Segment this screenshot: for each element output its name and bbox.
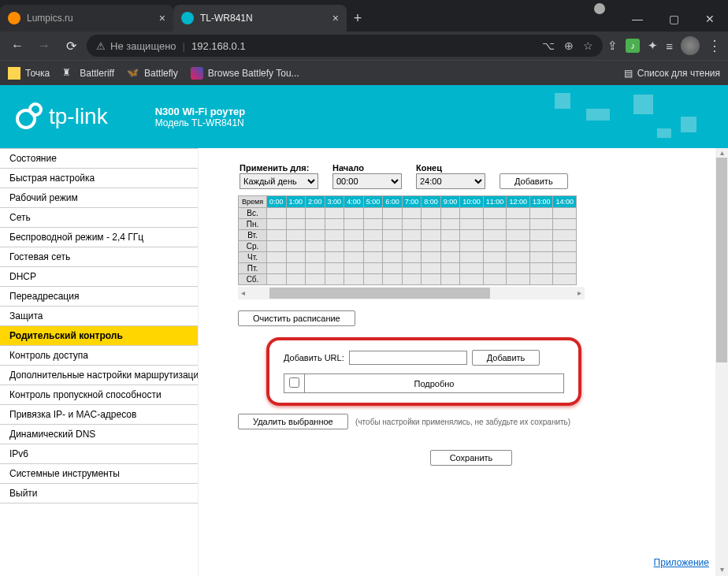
sidebar-item[interactable]: Выйти bbox=[0, 484, 198, 504]
bookmark-battlefly[interactable]: 🦋Battlefly bbox=[127, 67, 178, 80]
app-link[interactable]: Приложение bbox=[654, 557, 709, 568]
sidebar-nav: СостояниеБыстрая настройкаРабочий режимС… bbox=[0, 148, 199, 576]
bookmark-label: Точка bbox=[25, 68, 50, 79]
save-button[interactable]: Сохранить bbox=[430, 450, 513, 466]
battleriff-icon: ♜ bbox=[62, 67, 75, 80]
logo-mark-icon bbox=[16, 102, 44, 131]
reload-button[interactable]: ⟳ bbox=[60, 35, 82, 57]
warning-icon: ⚠ bbox=[96, 40, 106, 52]
scroll-thumb[interactable] bbox=[716, 158, 727, 362]
address-bar: ← → ⟳ ⚠ Не защищено | 192.168.0.1 ⌥ ⊕ ☆ … bbox=[0, 32, 728, 60]
warning-text: Не защищено bbox=[110, 40, 176, 52]
star-icon[interactable]: ☆ bbox=[583, 39, 593, 52]
share-icon[interactable]: ⇪ bbox=[607, 39, 618, 53]
url-input[interactable] bbox=[349, 351, 467, 365]
minimize-button[interactable]: — bbox=[619, 6, 656, 32]
scroll-down-arrow[interactable]: ▾ bbox=[716, 565, 727, 576]
sidebar-item[interactable]: IPv6 bbox=[0, 444, 198, 464]
new-tab-button[interactable]: + bbox=[347, 5, 369, 32]
scroll-left-arrow[interactable]: ◂ bbox=[241, 288, 245, 297]
forward-button[interactable]: → bbox=[33, 35, 55, 57]
close-icon[interactable]: × bbox=[332, 12, 339, 24]
favicon-router bbox=[181, 12, 194, 24]
save-note: (чтобы настройки применялись, не забудьт… bbox=[355, 418, 570, 426]
sidebar-item[interactable]: Динамический DNS bbox=[0, 425, 198, 444]
apply-for-select[interactable]: Каждый день bbox=[240, 173, 318, 189]
profile-avatar[interactable] bbox=[681, 36, 700, 55]
sidebar-item[interactable]: Состояние bbox=[0, 148, 198, 169]
menu-icon[interactable]: ⋮ bbox=[708, 37, 722, 54]
main-panel: ▴ ▾ Применить для: Каждый день Начало 00… bbox=[199, 148, 728, 576]
extension-music-icon[interactable]: ♪ bbox=[626, 39, 640, 53]
router-header: tp-link N300 Wi-Fi роутер Модель TL-WR84… bbox=[0, 85, 728, 148]
sidebar-item[interactable]: Системные инструменты bbox=[0, 464, 198, 484]
sidebar-item[interactable]: DHCP bbox=[0, 267, 198, 287]
close-icon[interactable]: × bbox=[159, 12, 165, 24]
titlebar: Lumpics.ru × TL-WR841N × + — ▢ ✕ bbox=[0, 0, 728, 32]
product-name: N300 Wi-Fi роутер bbox=[155, 106, 246, 117]
url-section-highlighted: Добавить URL: Добавить Подробно bbox=[266, 337, 581, 406]
tab-router[interactable]: TL-WR841N × bbox=[173, 5, 347, 32]
bookmark-tochka[interactable]: Точка bbox=[8, 67, 50, 80]
bookmark-label: Battleriff bbox=[80, 68, 114, 79]
bookmark-label: Battlefly bbox=[144, 68, 178, 79]
sidebar-item[interactable]: Переадресация bbox=[0, 287, 198, 307]
sidebar-item[interactable]: Быстрая настройка bbox=[0, 169, 198, 188]
select-all-checkbox[interactable] bbox=[289, 377, 299, 388]
tab-title: Lumpics.ru bbox=[27, 13, 73, 24]
schedule-table-wrap: Время0:001:002:003:004:005:006:007:008:0… bbox=[238, 195, 712, 299]
key-icon[interactable]: ⌥ bbox=[542, 39, 555, 52]
start-time-select[interactable]: 00:00 bbox=[332, 173, 402, 189]
maximize-button[interactable]: ▢ bbox=[656, 6, 692, 32]
end-time-select[interactable]: 24:00 bbox=[416, 173, 485, 189]
close-window-button[interactable]: ✕ bbox=[692, 6, 728, 32]
detail-header: Подробно bbox=[305, 374, 564, 393]
sidebar-item[interactable]: Контроль доступа bbox=[0, 346, 198, 366]
sidebar-item[interactable]: Защита bbox=[0, 307, 198, 326]
scroll-thumb-h[interactable] bbox=[269, 288, 490, 299]
security-warning: ⚠ Не защищено bbox=[96, 40, 176, 52]
sidebar-item[interactable]: Гостевая сеть bbox=[0, 247, 198, 267]
extensions-icon[interactable]: ✦ bbox=[648, 39, 658, 53]
reading-list-button[interactable]: ▤Список для чтения bbox=[624, 68, 720, 79]
bookmarks-bar: Точка ♜Battleriff 🦋Battlefly Browse Batt… bbox=[0, 60, 728, 85]
vertical-scrollbar[interactable]: ▴ ▾ bbox=[715, 148, 728, 576]
model-info: N300 Wi-Fi роутер Модель TL-WR841N bbox=[155, 106, 246, 128]
add-schedule-button[interactable]: Добавить bbox=[500, 173, 568, 189]
horizontal-scrollbar[interactable]: ◂ ▸ bbox=[238, 287, 585, 299]
sidebar-item[interactable]: Рабочий режим bbox=[0, 188, 198, 208]
add-url-button[interactable]: Добавить bbox=[472, 350, 540, 366]
sidebar-item[interactable]: Сеть bbox=[0, 208, 198, 228]
page-content: tp-link N300 Wi-Fi роутер Модель TL-WR84… bbox=[0, 85, 728, 576]
tab-title: TL-WR841N bbox=[200, 13, 253, 24]
list-icon: ▤ bbox=[624, 68, 633, 79]
tab-lumpics[interactable]: Lumpics.ru × bbox=[0, 5, 173, 32]
reading-list-label: Список для чтения bbox=[637, 68, 720, 79]
sidebar-item[interactable]: Привязка IP- и MAC-адресов bbox=[0, 405, 198, 425]
tp-link-logo: tp-link bbox=[16, 102, 108, 131]
sidebar-item[interactable]: Контроль пропускной способности bbox=[0, 385, 198, 405]
scroll-right-arrow[interactable]: ▸ bbox=[578, 288, 581, 297]
reading-list-icon[interactable]: ≡ bbox=[666, 39, 673, 53]
delete-selected-button[interactable]: Удалить выбранное bbox=[238, 414, 348, 429]
apply-for-label: Применить для: bbox=[240, 163, 309, 173]
bookmark-battleriff[interactable]: ♜Battleriff bbox=[62, 67, 114, 80]
favicon-lumpics bbox=[8, 12, 20, 24]
end-label: Конец bbox=[416, 163, 442, 173]
translate-icon[interactable]: ⊕ bbox=[564, 39, 574, 52]
bookmark-battlefy[interactable]: Browse Battlefy Tou... bbox=[191, 67, 299, 80]
battlefly-icon: 🦋 bbox=[127, 67, 139, 80]
sidebar-item[interactable]: Родительский контроль bbox=[0, 326, 198, 346]
header-pattern bbox=[539, 85, 728, 148]
model-number: Модель TL-WR841N bbox=[155, 117, 246, 128]
separator: | bbox=[183, 40, 185, 52]
sidebar-item[interactable]: Дополнительные настройки маршрутизации bbox=[0, 366, 198, 385]
privacy-shield-icon[interactable] bbox=[594, 3, 605, 14]
url-detail-table: Подробно bbox=[284, 373, 564, 393]
clear-schedule-button[interactable]: Очистить расписание bbox=[238, 310, 355, 326]
schedule-controls: Применить для: Каждый день Начало 00:00 … bbox=[240, 162, 712, 189]
back-button[interactable]: ← bbox=[6, 35, 28, 57]
omnibox[interactable]: ⚠ Не защищено | 192.168.0.1 ⌥ ⊕ ☆ bbox=[87, 35, 603, 57]
schedule-grid[interactable]: Время0:001:002:003:004:005:006:007:008:0… bbox=[238, 195, 577, 285]
sidebar-item[interactable]: Беспроводной режим - 2,4 ГГц bbox=[0, 228, 198, 247]
